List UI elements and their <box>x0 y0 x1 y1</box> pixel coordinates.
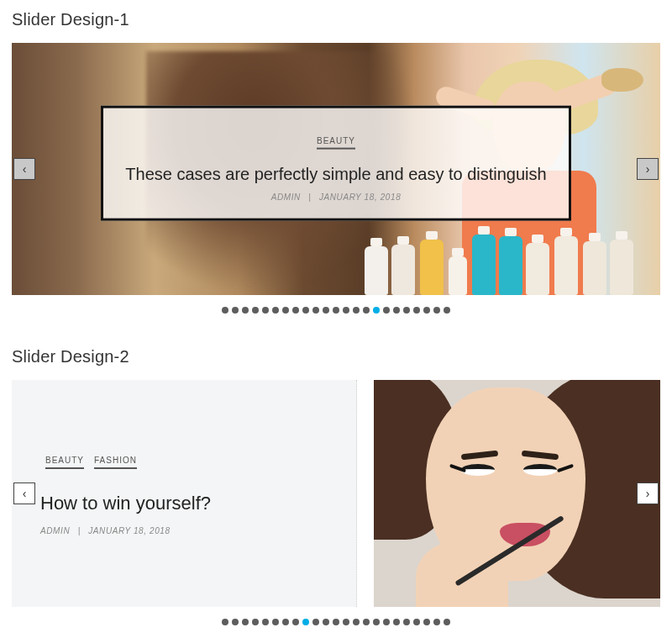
pagination-dot[interactable] <box>323 307 329 314</box>
pagination-dot[interactable] <box>423 619 430 625</box>
author-link[interactable]: ADMIN <box>40 526 70 535</box>
pagination-dot[interactable] <box>292 619 299 625</box>
pagination-dot[interactable] <box>242 619 249 625</box>
pagination-dot[interactable] <box>232 619 239 625</box>
pagination-dot[interactable] <box>333 307 339 314</box>
pagination-dot[interactable] <box>232 307 239 314</box>
pagination-dot[interactable] <box>343 307 349 314</box>
pagination-dot[interactable] <box>312 307 319 314</box>
pagination-dot[interactable] <box>252 307 259 314</box>
category-link[interactable]: BEAUTY <box>317 136 355 150</box>
pagination-dot[interactable] <box>353 619 360 625</box>
pagination-dot[interactable] <box>242 307 249 314</box>
pagination-dot[interactable] <box>312 619 319 625</box>
pagination-dot[interactable] <box>403 619 410 625</box>
slider2-categories: BEAUTYFASHION <box>40 451 328 479</box>
pagination-dot[interactable] <box>222 307 228 314</box>
pagination-dot[interactable] <box>262 619 269 625</box>
pagination-dot[interactable] <box>272 307 279 314</box>
pagination-dot[interactable] <box>222 619 228 625</box>
category-link[interactable]: BEAUTY <box>45 456 84 469</box>
slider2-pagination <box>12 619 660 625</box>
pagination-dot[interactable] <box>393 619 400 625</box>
pagination-dot[interactable] <box>292 307 299 314</box>
slider1-slide: BEAUTY These cases are perfectly simple … <box>12 43 660 295</box>
pagination-dot[interactable] <box>413 307 420 314</box>
slider1-next-button[interactable]: › <box>637 158 659 180</box>
pagination-dot[interactable] <box>262 307 269 314</box>
slider1-caption-panel: BEAUTY These cases are perfectly simple … <box>101 106 571 221</box>
section-heading-slider2: Slider Design-2 <box>12 347 660 366</box>
slider2-next-button[interactable]: › <box>637 482 659 504</box>
slide-meta: ADMIN | JANUARY 18, 2018 <box>123 192 549 202</box>
pagination-dot[interactable] <box>272 619 279 625</box>
pagination-dot[interactable] <box>373 619 380 625</box>
pagination-dot[interactable] <box>333 619 339 625</box>
pagination-dot[interactable] <box>433 619 440 625</box>
pagination-dot[interactable] <box>363 307 370 314</box>
pagination-dot[interactable] <box>353 307 360 314</box>
chevron-left-icon: ‹ <box>23 162 27 176</box>
section-heading-slider1: Slider Design-1 <box>12 10 660 29</box>
author-link[interactable]: ADMIN <box>271 192 301 202</box>
pagination-dot[interactable] <box>383 619 390 625</box>
pagination-dot[interactable] <box>403 307 410 314</box>
pagination-dot[interactable] <box>433 307 440 314</box>
meta-separator: | <box>308 192 311 202</box>
pagination-dot[interactable] <box>363 619 370 625</box>
chevron-left-icon: ‹ <box>23 487 27 500</box>
pagination-dot[interactable] <box>282 619 289 625</box>
date-link[interactable]: JANUARY 18, 2018 <box>88 526 170 535</box>
pagination-dot[interactable] <box>393 307 400 314</box>
pagination-dot[interactable] <box>413 619 420 625</box>
slider1-pagination <box>12 307 660 314</box>
meta-separator: | <box>78 526 81 535</box>
pagination-dot[interactable] <box>302 307 309 314</box>
category-link[interactable]: FASHION <box>94 456 137 469</box>
date-link[interactable]: JANUARY 18, 2018 <box>319 192 401 202</box>
chevron-right-icon: › <box>646 162 650 176</box>
pagination-dot[interactable] <box>444 307 450 314</box>
slider2-slide: BEAUTYFASHION How to win yourself? ADMIN… <box>12 380 660 607</box>
slide-title-link[interactable]: How to win yourself? <box>40 493 328 514</box>
pagination-dot[interactable] <box>444 619 450 625</box>
pagination-dot[interactable] <box>343 619 349 625</box>
slide-title-link[interactable]: These cases are perfectly simple and eas… <box>123 165 549 184</box>
pagination-dot[interactable] <box>302 619 309 625</box>
pagination-dot[interactable] <box>282 307 289 314</box>
slider2-prev-button[interactable]: ‹ <box>13 482 35 504</box>
chevron-right-icon: › <box>646 487 650 500</box>
slider2-text-panel: BEAUTYFASHION How to win yourself? ADMIN… <box>12 380 357 607</box>
pagination-dot[interactable] <box>383 307 390 314</box>
slider1-prev-button[interactable]: ‹ <box>13 158 35 180</box>
pagination-dot[interactable] <box>373 307 380 314</box>
pagination-dot[interactable] <box>252 619 259 625</box>
pagination-dot[interactable] <box>423 307 430 314</box>
slider2-image <box>374 380 661 607</box>
slide-meta: ADMIN | JANUARY 18, 2018 <box>40 526 328 535</box>
pagination-dot[interactable] <box>323 619 329 625</box>
